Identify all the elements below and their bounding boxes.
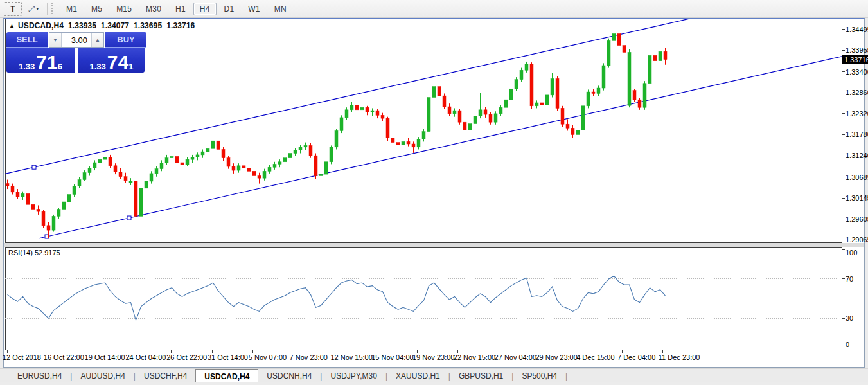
symbol-tab-usdcnh[interactable]: USDCNH,H4	[258, 369, 320, 383]
buy-price-big: 74	[107, 55, 128, 71]
channel-handle	[32, 165, 36, 169]
volume-input[interactable]: 3.00	[62, 33, 91, 47]
rsi-axis: 10070300	[842, 249, 857, 348]
channel-handle	[127, 216, 131, 220]
svg-text:11 Dec 23:00: 11 Dec 23:00	[659, 354, 700, 361]
status-strip	[0, 382, 868, 385]
svg-text:30: 30	[846, 314, 853, 322]
svg-text:19 Nov 23:00: 19 Nov 23:00	[412, 354, 454, 361]
svg-text:70: 70	[846, 275, 853, 283]
svg-text:31 Oct 14:00: 31 Oct 14:00	[208, 354, 248, 361]
symbol-tab-usdchf[interactable]: USDCHF,H4	[136, 369, 195, 383]
symbol-tab-eurusd[interactable]: EURUSD,H4	[9, 369, 70, 383]
open-value: 1.33935	[68, 21, 96, 30]
tab-bar-lead	[0, 369, 9, 383]
volume-box: ▼ 3.00 ▲	[49, 32, 104, 48]
svg-text:0: 0	[846, 341, 849, 348]
svg-text:1.29605: 1.29605	[846, 215, 868, 223]
svg-text:27 Nov 04:00: 27 Nov 04:00	[495, 354, 536, 361]
high-value: 1.34077	[101, 21, 129, 30]
buy-price-panel[interactable]: 1.33741	[78, 48, 145, 73]
svg-text:24 Oct 04:00: 24 Oct 04:00	[125, 354, 166, 361]
tab-separator: |	[565, 369, 567, 383]
price-axis: 1.344951.339551.334001.328601.323201.317…	[842, 26, 868, 244]
svg-text:1.32860: 1.32860	[846, 89, 868, 96]
close-value: 1.33716	[166, 21, 195, 30]
rsi-line	[8, 276, 666, 320]
sell-button[interactable]: SELL	[6, 32, 48, 48]
one-click-trading-panel: SELL ▼ 3.00 ▲ BUY 1.33716 1.33741	[6, 32, 146, 73]
low-value: 1.33695	[134, 21, 162, 30]
buy-button[interactable]: BUY	[105, 32, 146, 48]
symbol-tab-usdjpy[interactable]: USDJPY,M30	[322, 369, 385, 383]
symbol-tab-sp500[interactable]: SP500,H4	[513, 369, 565, 383]
buy-price-small: 1.33	[90, 62, 106, 71]
svg-text:1.31780: 1.31780	[846, 130, 868, 138]
symbol-tab-audusd[interactable]: AUDUSD,H4	[72, 369, 133, 383]
symbol-tab-usdcad[interactable]: USDCAD,H4	[195, 369, 258, 383]
svg-text:19 Oct 14:00: 19 Oct 14:00	[85, 354, 125, 361]
svg-text:4 Dec 15:00: 4 Dec 15:00	[576, 354, 614, 361]
svg-text:1.32320: 1.32320	[846, 110, 868, 118]
svg-text:26 Oct 22:00: 26 Oct 22:00	[166, 354, 207, 361]
rsi-indicator-label: RSI(14) 52.9175	[8, 249, 60, 256]
svg-text:1.33400: 1.33400	[846, 68, 868, 76]
buy-price-pip: 1	[128, 62, 133, 71]
svg-text:22 Nov 15:00: 22 Nov 15:00	[454, 354, 495, 361]
svg-text:100: 100	[846, 249, 857, 256]
svg-text:1.33955: 1.33955	[846, 46, 868, 54]
chart-ohlc-title: ▲USDCAD,H41.339351.340771.336951.33716	[9, 21, 195, 30]
svg-text:1.29065: 1.29065	[846, 236, 868, 244]
chart-symbol-period: USDCAD,H4	[18, 21, 64, 30]
volume-increase-button[interactable]: ▲	[91, 33, 103, 47]
svg-text:7 Dec 04:00: 7 Dec 04:00	[617, 354, 655, 361]
svg-text:1.34495: 1.34495	[846, 26, 868, 33]
sell-price-small: 1.33	[19, 62, 35, 71]
volume-decrease-button[interactable]: ▼	[49, 33, 62, 47]
symbol-tab-gbpusd[interactable]: GBPUSD,H1	[450, 369, 511, 383]
collapse-one-click-icon[interactable]: ▲	[9, 22, 15, 29]
sell-price-pip: 6	[58, 62, 62, 71]
svg-text:7 Nov 23:00: 7 Nov 23:00	[290, 354, 328, 361]
svg-text:1.30685: 1.30685	[846, 174, 868, 181]
symbol-tab-bar: EURUSD,H4|AUDUSD,H4|USDCHF,H4USDCAD,H4US…	[0, 368, 868, 383]
svg-text:5 Nov 07:00: 5 Nov 07:00	[249, 354, 287, 361]
sell-price-panel[interactable]: 1.33716	[6, 48, 75, 73]
time-axis: 12 Oct 201816 Oct 22:0019 Oct 14:0024 Oc…	[3, 350, 700, 361]
svg-text:1.31240: 1.31240	[846, 152, 868, 159]
svg-text:16 Oct 22:00: 16 Oct 22:00	[44, 354, 84, 361]
svg-text:15 Nov 04:00: 15 Nov 04:00	[371, 354, 413, 361]
svg-text:12 Nov 15:00: 12 Nov 15:00	[330, 354, 372, 361]
svg-text:12 Oct 2018: 12 Oct 2018	[3, 354, 41, 361]
sell-price-big: 71	[36, 55, 57, 71]
svg-text:29 Nov 23:00: 29 Nov 23:00	[535, 354, 577, 361]
svg-text:1.30145: 1.30145	[846, 194, 868, 202]
svg-text:1.33716: 1.33716	[844, 56, 868, 64]
symbol-tab-xauusd[interactable]: XAUUSD,H1	[387, 369, 448, 383]
symbol-tabs: EURUSD,H4|AUDUSD,H4|USDCHF,H4USDCAD,H4US…	[9, 369, 567, 383]
